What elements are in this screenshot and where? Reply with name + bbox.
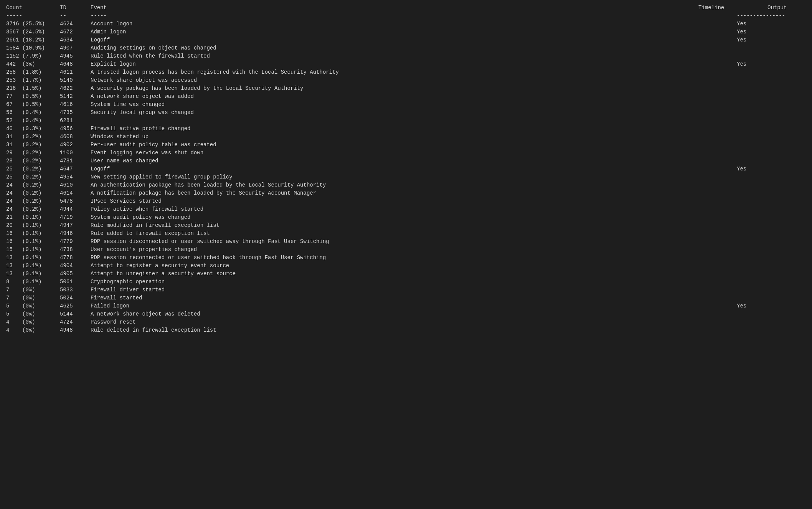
cell-count: 24 (0.2%) [6,205,60,213]
cell-timeline [737,278,806,286]
cell-count: 7 (0%) [6,286,60,294]
cell-count: 40 (0.3%) [6,125,60,133]
cell-id: 4738 [60,246,91,254]
cell-id: 4724 [60,318,91,326]
cell-count: 56 (0.4%) [6,109,60,117]
cell-event: Rule modified in firewall exception list [91,221,737,230]
cell-id: 4948 [60,326,91,334]
cell-id: 5142 [60,93,91,101]
table-row: 1584 (10.9%)4907Auditing settings on obj… [6,44,806,52]
table-row: 3716 (25.5%)4624Account logonYes [6,20,806,28]
cell-event: Auditing settings on object was changed [91,44,737,52]
cell-count: 16 (0.1%) [6,230,60,238]
cell-timeline [737,84,806,93]
table-row: 5 (0%)4625Failed logonYes [6,302,806,310]
cell-event: RDP session disconnected or user switche… [91,238,737,246]
cell-count: 4 (0%) [6,326,60,334]
cell-id: 4614 [60,189,91,197]
cell-event: RDP session reconnected or user switched… [91,254,737,262]
cell-event: User account's properties changed [91,246,737,254]
cell-id: 4779 [60,238,91,246]
table-body: 3716 (25.5%)4624Account logonYes3567 (24… [6,20,806,334]
cell-event: Event logging service was shut down [91,149,737,157]
cell-timeline: Yes [737,302,806,310]
cell-id: 5140 [60,76,91,84]
cell-id: 1100 [60,149,91,157]
cell-event: A network share object was added [91,93,737,101]
cell-count: 20 (0.1%) [6,221,60,230]
cell-count: 13 (0.1%) [6,254,60,262]
cell-timeline [737,318,806,326]
cell-timeline: Yes [737,60,806,68]
cell-count: 31 (0.2%) [6,133,60,141]
cell-timeline: Yes [737,20,806,28]
cell-count: 258 (1.8%) [6,68,60,76]
cell-timeline [737,270,806,278]
cell-event: System time was changed [91,101,737,109]
table-row: 24 (0.2%)5478IPsec Services started [6,197,806,205]
cell-id: 4647 [60,165,91,173]
table-row: 16 (0.1%)4779RDP session disconnected or… [6,238,806,246]
cell-id: 4956 [60,125,91,133]
cell-id: 4672 [60,28,91,36]
cell-id: 4610 [60,181,91,189]
cell-timeline: Yes [737,165,806,173]
cell-event: Account logon [91,20,737,28]
cell-id: 4611 [60,68,91,76]
cell-id: 4608 [60,133,91,141]
cell-count: 13 (0.1%) [6,270,60,278]
cell-event: A trusted logon process has been registe… [91,68,737,76]
cell-count: 1584 (10.9%) [6,44,60,52]
table-row: 4 (0%)4724Password reset [6,318,806,326]
header-event: Event [91,4,698,12]
cell-timeline [737,157,806,165]
cell-count: 77 (0.5%) [6,93,60,101]
cell-event: Security local group was changed [91,109,737,117]
table-row: 24 (0.2%)4610An authentication package h… [6,181,806,189]
cell-timeline [737,213,806,221]
cell-count: 253 (1.7%) [6,76,60,84]
table-row: 2661 (18.2%)4634LogoffYes [6,36,806,44]
table-row: 216 (1.5%)4622A security package has bee… [6,84,806,93]
cell-event: Failed logon [91,302,737,310]
cell-event: System audit policy was changed [91,213,737,221]
cell-timeline [737,254,806,262]
cell-count: 8 (0.1%) [6,278,60,286]
table-row: 40 (0.3%)4956Firewall active profile cha… [6,125,806,133]
cell-count: 25 (0.2%) [6,173,60,181]
table-row: 253 (1.7%)5140Network share object was a… [6,76,806,84]
cell-event: Rule listed when the firewall started [91,52,737,60]
cell-timeline [737,93,806,101]
cell-timeline [737,310,806,318]
cell-event [91,117,737,125]
table-row: 24 (0.2%)4944Policy active when firewall… [6,205,806,213]
cell-id: 4622 [60,84,91,93]
cell-count: 25 (0.2%) [6,165,60,173]
table-row: 21 (0.1%)4719System audit policy was cha… [6,213,806,221]
cell-timeline [737,149,806,157]
cell-id: 4905 [60,270,91,278]
cell-timeline [737,101,806,109]
header-output: Output [767,4,806,12]
cell-id: 4624 [60,20,91,28]
sep-event: ----- [91,12,737,20]
cell-id: 5024 [60,294,91,302]
cell-event: User name was changed [91,157,737,165]
cell-timeline [737,286,806,294]
table-row: 28 (0.2%)4781User name was changed [6,157,806,165]
sep-id: -- [60,12,91,20]
cell-id: 6281 [60,117,91,125]
table-row: 31 (0.2%)4608Windows started up [6,133,806,141]
cell-event: Rule deleted in firewall exception list [91,326,737,334]
table-row: 31 (0.2%)4902Per-user audit policy table… [6,141,806,149]
cell-count: 3567 (24.5%) [6,28,60,36]
sep-count: ----- [6,12,60,20]
cell-id: 4902 [60,141,91,149]
cell-timeline [737,326,806,334]
cell-id: 4625 [60,302,91,310]
cell-event: Network share object was accessed [91,76,737,84]
table-row: 8 (0.1%)5061Cryptographic operation [6,278,806,286]
event-table: Count ID Event Timeline Output ----- -- … [6,4,806,334]
cell-count: 2661 (18.2%) [6,36,60,44]
cell-timeline: Yes [737,28,806,36]
